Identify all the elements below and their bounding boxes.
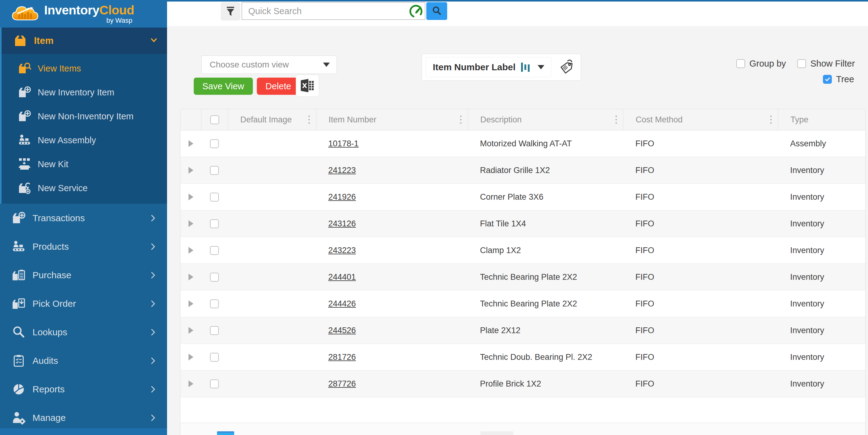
delete-button[interactable]: Delete (257, 78, 300, 95)
save-view-button[interactable]: Save View (194, 78, 253, 95)
row-checkbox[interactable] (210, 273, 219, 282)
checkbox-unchecked[interactable] (797, 59, 806, 68)
row-expander-icon[interactable] (188, 247, 193, 254)
item-number-link[interactable]: 10178-1 (328, 139, 359, 148)
page-button[interactable]: 10 (399, 431, 416, 435)
default-image-cell (228, 237, 316, 263)
page-button[interactable]: 4 (278, 431, 295, 435)
next-page-button[interactable] (438, 431, 452, 435)
page-button[interactable]: 3 (257, 431, 275, 435)
item-number-link[interactable]: 244426 (328, 299, 356, 309)
row-checkbox[interactable] (210, 219, 219, 228)
sidebar-item-new-kit[interactable]: New Kit (2, 152, 167, 176)
table-row: 244426 Technic Bearing Plate 2X2 FIFO In… (181, 291, 865, 317)
row-checkbox[interactable] (210, 246, 219, 255)
sidebar-section-item[interactable]: Item (0, 28, 167, 54)
checkbox-unchecked[interactable] (736, 59, 745, 68)
row-checkbox[interactable] (210, 299, 219, 308)
item-number-link[interactable]: 244401 (328, 272, 356, 282)
sidebar-item-new-non-inventory-item[interactable]: New Non-Inventory Item (2, 104, 167, 128)
item-number-link[interactable]: 287726 (328, 379, 356, 389)
app-logo[interactable]: InventoryCloud by Wasp (0, 0, 167, 28)
search-button[interactable] (426, 2, 447, 20)
search-input[interactable] (242, 2, 426, 20)
custom-view-select[interactable]: Choose custom view (202, 56, 337, 74)
export-excel-button[interactable] (296, 75, 319, 97)
column-header-default-image[interactable]: Default Image (228, 109, 316, 130)
sidebar-item-new-service[interactable]: New Service (2, 176, 167, 200)
item-number-link[interactable]: 281726 (328, 352, 356, 362)
sidebar-item-reports[interactable]: Reports (0, 375, 167, 403)
column-header-cost-method[interactable]: Cost Method (623, 109, 778, 130)
column-header-type[interactable]: Type (778, 109, 865, 130)
column-menu-icon[interactable] (307, 114, 311, 125)
group-by-checkbox[interactable]: Group by (736, 59, 786, 69)
row-checkbox[interactable] (210, 139, 219, 148)
funnel-icon (225, 6, 236, 17)
previous-page-button[interactable] (202, 431, 215, 435)
view-items-icon (18, 61, 32, 76)
row-expander-icon[interactable] (188, 380, 193, 387)
filter-button[interactable] (221, 2, 240, 21)
page-button[interactable]: 6 (318, 431, 335, 435)
page-button[interactable]: 2 (237, 431, 254, 435)
sidebar-item-products[interactable]: Products (0, 232, 167, 261)
item-number-link[interactable]: 244526 (328, 326, 356, 335)
sidebar-item-manage[interactable]: Manage (0, 403, 167, 432)
first-page-button[interactable] (188, 431, 202, 435)
page-button[interactable]: 9 (379, 431, 396, 435)
chevron-right-icon (150, 270, 157, 280)
page-size-select[interactable]: 20 (480, 431, 514, 435)
caret-down-icon (323, 63, 330, 67)
item-number-link[interactable]: 241223 (328, 166, 356, 175)
row-expander-icon[interactable] (188, 354, 193, 360)
cost-method-cell: FIFO (623, 344, 778, 370)
page-button[interactable]: 5 (298, 431, 315, 435)
sidebar-item-audits[interactable]: Audits (0, 346, 167, 375)
last-page-button[interactable] (452, 431, 465, 435)
column-header-item-number[interactable]: Item Number (316, 109, 468, 130)
sidebar-item-lookups[interactable]: Lookups (0, 318, 167, 346)
page-button[interactable]: 7 (338, 431, 355, 435)
row-expander-icon[interactable] (188, 140, 193, 147)
column-header-description[interactable]: Description (468, 109, 623, 130)
brand-inventory: Inventory (44, 3, 99, 17)
item-number-link[interactable]: 241926 (328, 192, 356, 202)
item-number-link[interactable]: 243126 (328, 219, 356, 229)
checkbox-unchecked[interactable] (210, 115, 219, 124)
row-expander-icon[interactable] (188, 273, 193, 280)
row-checkbox[interactable] (210, 353, 219, 362)
item-number-link[interactable]: 243223 (328, 246, 356, 255)
column-menu-icon[interactable] (459, 114, 463, 125)
sidebar-item-purchase[interactable]: Purchase (0, 261, 167, 289)
cost-method-cell: FIFO (623, 237, 778, 263)
column-menu-icon[interactable] (769, 114, 773, 125)
sidebar-item-view-items[interactable]: View Items (2, 56, 167, 80)
column-menu-icon[interactable] (614, 114, 618, 125)
row-expander-icon[interactable] (188, 194, 193, 200)
row-checkbox[interactable] (210, 193, 219, 202)
row-checkbox[interactable] (210, 379, 219, 388)
description-cell: Radiator Grille 1X2 (468, 157, 623, 183)
row-checkbox[interactable] (210, 326, 219, 335)
print-label-button[interactable] (556, 57, 575, 77)
sidebar-item-new-inventory-item[interactable]: New Inventory Item (2, 80, 167, 104)
label-type-select[interactable]: Item Number Label (426, 57, 551, 77)
sidebar-item-pick-order[interactable]: Pick Order (0, 289, 167, 318)
tree-checkbox[interactable]: Tree (823, 74, 854, 84)
sidebar-item-new-assembly[interactable]: New Assembly (2, 128, 167, 152)
row-expander-icon[interactable] (188, 327, 193, 334)
row-expander-icon[interactable] (188, 300, 193, 307)
checkbox-checked[interactable] (823, 75, 832, 84)
grid-body: 10178-1 Motorized Walking AT-AT FIFO Ass… (181, 130, 865, 397)
type-cell: Assembly (778, 130, 865, 157)
row-expander-icon[interactable] (188, 167, 193, 174)
row-expander-icon[interactable] (188, 220, 193, 227)
page-button[interactable]: 1 (217, 431, 234, 435)
select-all-checkbox[interactable] (201, 109, 228, 130)
show-filter-checkbox[interactable]: Show Filter (797, 59, 855, 69)
row-checkbox[interactable] (210, 166, 219, 175)
sidebar-item-transactions[interactable]: Transactions (0, 204, 167, 232)
more-pages-button[interactable]: ... (419, 431, 436, 435)
page-button[interactable]: 8 (359, 431, 376, 435)
